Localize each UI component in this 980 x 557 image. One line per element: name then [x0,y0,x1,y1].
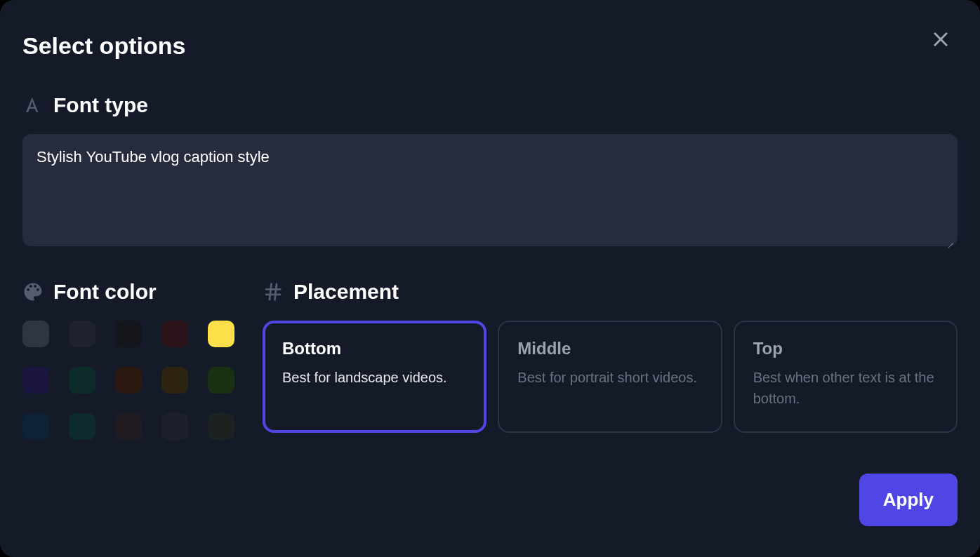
color-swatch-13[interactable] [161,413,188,440]
font-type-input-wrapper [22,134,958,249]
placement-card-title: Middle [517,339,702,358]
placement-card-desc: Best for portrait short videos. [517,367,702,388]
color-swatch-14[interactable] [208,413,234,440]
font-color-header: Font color [22,280,234,304]
color-swatch-11[interactable] [69,413,95,440]
placement-card-title: Top [753,339,938,358]
placement-header: Placement [263,280,958,304]
color-swatch-2[interactable] [115,321,142,347]
placement-cards: BottomBest for landscape videos.MiddleBe… [263,321,958,433]
svg-line-4 [270,284,272,300]
color-swatch-6[interactable] [69,367,95,394]
placement-card-desc: Best for landscape videos. [282,367,467,388]
palette-icon [22,281,44,302]
color-swatch-10[interactable] [22,413,49,440]
svg-line-5 [275,284,277,300]
placement-card-bottom[interactable]: BottomBest for landscape videos. [263,321,486,433]
color-swatch-0[interactable] [22,321,49,347]
font-type-label: Font type [53,93,148,117]
placement-card-top[interactable]: TopBest when other text is at the bottom… [734,321,958,433]
font-type-input[interactable] [22,134,958,246]
color-grid [22,321,234,440]
font-type-header: Font type [22,93,958,117]
options-modal: Select options Font type Font color [0,0,980,557]
color-swatch-5[interactable] [22,367,49,394]
close-button[interactable] [929,28,952,51]
font-color-label: Font color [53,280,157,304]
color-swatch-7[interactable] [115,367,142,394]
modal-title: Select options [22,32,958,60]
apply-button[interactable]: Apply [859,474,958,526]
hash-icon [263,281,284,302]
color-swatch-9[interactable] [208,367,234,394]
font-color-section: Font color [22,280,234,440]
color-swatch-1[interactable] [69,321,95,347]
color-swatch-3[interactable] [161,321,188,347]
close-icon [931,29,951,49]
color-swatch-8[interactable] [161,367,188,394]
placement-card-middle[interactable]: MiddleBest for portrait short videos. [498,321,722,433]
color-swatch-4[interactable] [208,321,234,347]
color-swatch-12[interactable] [115,413,142,440]
placement-card-desc: Best when other text is at the bottom. [753,367,938,409]
placement-card-title: Bottom [282,339,467,358]
placement-section: Placement BottomBest for landscape video… [263,280,958,433]
placement-label: Placement [293,280,399,304]
font-type-icon [22,95,44,116]
